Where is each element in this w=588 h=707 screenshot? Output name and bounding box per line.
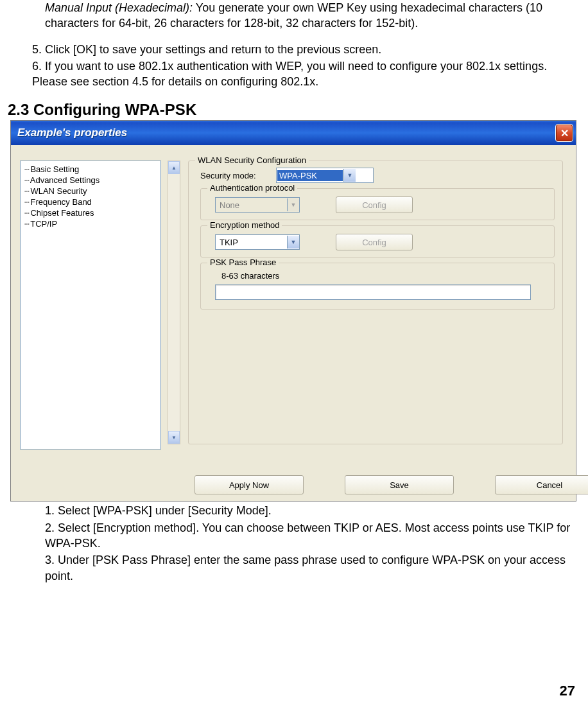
apply-now-button[interactable]: Apply Now (195, 475, 304, 494)
chevron-down-icon: ▼ (287, 198, 299, 211)
scroll-up-icon[interactable]: ▲ (168, 161, 180, 174)
manual-input-paragraph: Manual Input (Hexadecimal): You generate… (45, 0, 580, 31)
titlebar: Example's properties ✕ (11, 121, 576, 145)
tree-item[interactable]: ⋯ Frequency Band (21, 196, 160, 207)
chevron-down-icon[interactable]: ▼ (287, 236, 299, 249)
close-button[interactable]: ✕ (555, 124, 573, 142)
security-mode-label: Security mode: (200, 171, 271, 180)
psk-hint: 8-63 characters (221, 271, 546, 281)
close-icon: ✕ (560, 127, 569, 139)
wlan-security-group-label: WLAN Security Configuration (195, 155, 309, 165)
bottom-step-1: 1. Select [WPA-PSK] under [Security Mode… (45, 503, 580, 518)
tree-item[interactable]: ⋯ Chipset Features (21, 207, 160, 218)
bottom-step-3: 3. Under [PSK Pass Phrase] enter the sam… (45, 552, 580, 584)
bottom-step-2: 2. Select [Encryption method]. You can c… (45, 520, 580, 552)
section-heading: 2.3 Configuring WPA-PSK (8, 101, 580, 119)
settings-tree[interactable]: ⋯ Basic Setting ⋯ Advanced Settings ⋯ WL… (20, 161, 161, 450)
enc-config-button: Config (336, 234, 413, 250)
scroll-down-icon[interactable]: ▼ (168, 431, 180, 444)
auth-protocol-group-label: Authentication protocol (207, 183, 297, 193)
auth-config-button: Config (336, 196, 413, 213)
security-mode-value: WPA-PSK (277, 170, 343, 181)
encryption-combo[interactable]: TKIP ▼ (215, 234, 300, 250)
step-6: 6. If you want to use 802.1x authenticat… (32, 58, 580, 90)
auth-protocol-value: None (216, 200, 287, 210)
tree-item[interactable]: ⋯ TCP/IP (21, 218, 160, 229)
chevron-down-icon[interactable]: ▼ (343, 169, 356, 182)
page-number: 27 (560, 683, 575, 699)
cancel-button[interactable]: Cancel (495, 475, 588, 494)
tree-scrollbar[interactable]: ▲ ▼ (168, 161, 180, 444)
manual-input-label: Manual Input (Hexadecimal): (45, 1, 193, 14)
psk-group-label: PSK Pass Phrase (207, 257, 279, 267)
properties-dialog: Example's properties ✕ ⋯ Basic Setting ⋯… (10, 120, 576, 502)
psk-passphrase-input[interactable] (215, 284, 531, 300)
encryption-value: TKIP (216, 238, 287, 247)
auth-protocol-combo: None ▼ (215, 197, 300, 213)
tree-item[interactable]: ⋯ Advanced Settings (21, 175, 160, 186)
security-mode-combo[interactable]: WPA-PSK ▼ (276, 168, 374, 183)
window-title: Example's properties (17, 127, 127, 139)
step-5: 5. Click [OK] to save your settings and … (32, 42, 580, 57)
encryption-group-label: Encryption method (207, 220, 282, 230)
tree-item[interactable]: ⋯ WLAN Security (21, 186, 160, 196)
tree-item[interactable]: ⋯ Basic Setting (21, 164, 160, 175)
save-button[interactable]: Save (345, 475, 454, 494)
